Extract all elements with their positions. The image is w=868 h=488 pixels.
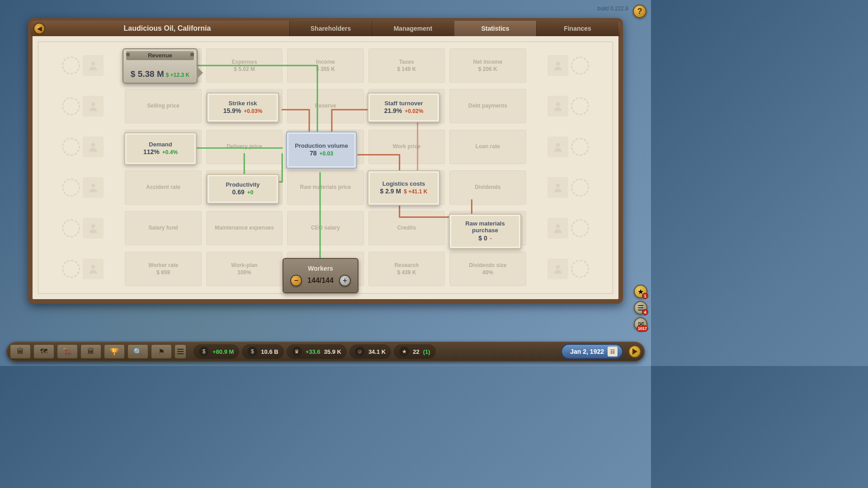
tab-statistics[interactable]: Statistics xyxy=(454,21,536,36)
hud-awards-button[interactable]: 🏆 xyxy=(104,344,125,359)
calendar-button[interactable]: ☷ xyxy=(608,347,618,357)
bg-research: Research$ 439 K xyxy=(368,252,445,286)
workers-card: Workers − 144/144 + xyxy=(283,258,359,293)
panel-tabs: Shareholders Management Statistics Finan… xyxy=(289,21,620,36)
svg-point-4 xyxy=(91,143,95,147)
hud-search-button[interactable]: 🔍 xyxy=(127,344,148,359)
crown-delta: +33.6 xyxy=(306,348,321,355)
tab-finances[interactable]: Finances xyxy=(536,21,618,36)
date-display[interactable]: Jan 2, 1922 ☷ xyxy=(561,344,623,359)
bg-worker-rate: Worker rate$ 659 xyxy=(125,252,201,286)
bg-expenses: Expenses$ 5.02 M xyxy=(206,48,283,83)
svg-point-0 xyxy=(91,61,95,66)
production-volume-card[interactable]: Production volume 78+0.03 xyxy=(286,131,357,169)
bg-debt-payments: Debt payments xyxy=(449,89,526,123)
stat-prestige[interactable]: ♛ +33.6 35.9 K xyxy=(287,344,347,359)
hud-government-button[interactable]: 🏛 xyxy=(80,344,101,359)
panel-body: Expenses$ 5.02 M Income$ 355 K Taxes$ 14… xyxy=(38,42,613,294)
node-value: 0.69 xyxy=(232,188,245,196)
workers-decrease-button[interactable]: − xyxy=(290,275,302,286)
workers-increase-button[interactable]: + xyxy=(339,275,351,286)
flag-icon: ⚑ xyxy=(158,347,165,356)
news-button[interactable]: ☰ 4 xyxy=(634,301,647,314)
staff-turnover-card[interactable]: Staff turnover 21.9%+0.02% xyxy=(368,93,440,122)
favorites-badge: 1 xyxy=(642,293,648,299)
manager-slot xyxy=(45,89,120,123)
tab-shareholders[interactable]: Shareholders xyxy=(289,21,372,36)
favorites-button[interactable]: ★ 1 xyxy=(634,285,647,298)
bull-icon: 🐂 xyxy=(63,347,72,356)
mail-button[interactable]: ✉ 1017 xyxy=(634,317,647,331)
star-value: 22 xyxy=(413,348,419,355)
svg-point-2 xyxy=(91,102,95,106)
hud-market-button[interactable]: 🐂 xyxy=(57,344,78,359)
svg-point-3 xyxy=(556,102,560,106)
bg-reserve: Reserve xyxy=(287,89,363,123)
stat-cash[interactable]: $ +80.9 M xyxy=(193,344,239,359)
bg-loan-rate: Loan rate xyxy=(449,130,526,164)
news-badge: 4 xyxy=(642,309,648,315)
svg-point-11 xyxy=(556,265,560,269)
map-icon: 🗺 xyxy=(40,347,47,356)
crown-icon: ♛ xyxy=(292,347,302,357)
node-delta: +0.03 xyxy=(320,150,333,157)
statistics-panel: ◀ Laudicious Oil, California Shareholder… xyxy=(28,18,623,304)
panel-title: Laudicious Oil, California xyxy=(45,24,289,33)
svg-point-5 xyxy=(556,143,560,147)
building-icon: 🏛 xyxy=(17,347,24,356)
stat-rating[interactable]: ★ 22 (1) xyxy=(394,344,435,359)
manager-slot xyxy=(45,211,120,245)
manager-slot xyxy=(45,170,120,205)
hud-building-button[interactable]: 🏛 xyxy=(10,344,31,359)
manager-slot xyxy=(531,211,606,245)
manager-slot xyxy=(531,170,606,205)
bg-ceo-salary: CEO salary xyxy=(287,211,363,245)
cash-delta: +80.9 M xyxy=(212,348,234,355)
hud-map-button[interactable]: 🗺 xyxy=(33,344,54,359)
laurel-icon: 🏆 xyxy=(110,347,119,356)
node-delta: +0.03% xyxy=(244,108,262,114)
help-button[interactable]: ? xyxy=(633,5,646,18)
dollar-icon: $ xyxy=(247,347,257,357)
chevron-right-icon xyxy=(197,66,203,79)
tab-management[interactable]: Management xyxy=(372,21,454,36)
node-label: Production volume xyxy=(295,143,348,150)
node-value: 15.9% xyxy=(223,107,241,114)
bg-delivery-price: Delivery price xyxy=(206,130,283,164)
manager-slot xyxy=(45,252,120,286)
demand-card[interactable]: Demand 112%+0.4% xyxy=(124,132,197,165)
bg-credits: Credits xyxy=(368,211,445,245)
node-delta: $ +41.1 K xyxy=(404,188,427,195)
workers-value: 144/144 xyxy=(307,277,334,285)
node-label: Logistics costs xyxy=(382,181,425,188)
raw-materials-purchase-card[interactable]: Raw materials purchase $ 0- xyxy=(449,214,521,249)
manager-slot xyxy=(531,89,606,123)
people-icon: ☺ xyxy=(355,347,365,357)
play-button[interactable] xyxy=(628,345,641,358)
bg-taxes: Taxes$ 149 K xyxy=(368,48,445,83)
node-value: 112% xyxy=(143,148,160,155)
svg-point-7 xyxy=(556,183,560,188)
stat-population[interactable]: ☺ 34.1 K xyxy=(349,344,391,359)
bg-dividends: Dividends xyxy=(449,170,526,205)
node-label: Staff turnover xyxy=(384,100,423,107)
revenue-label: Revenue xyxy=(126,51,194,60)
bg-selling-price: Selling price xyxy=(125,89,201,123)
hud-flag-button[interactable]: ⚑ xyxy=(151,344,172,359)
bg-income: Income$ 355 K xyxy=(287,48,363,83)
productivity-card[interactable]: Productivity 0.69+0 xyxy=(207,174,279,204)
back-button[interactable]: ◀ xyxy=(33,23,45,34)
logistics-costs-card[interactable]: Logistics costs $ 2.9 M$ +41.1 K xyxy=(368,170,440,206)
node-delta: +0.02% xyxy=(405,108,423,114)
date-text: Jan 2, 1922 xyxy=(570,348,604,355)
strike-risk-card[interactable]: Strike risk 15.9%+0.03% xyxy=(207,93,279,122)
stat-balance[interactable]: $ 10.6 B xyxy=(242,344,283,359)
build-version: build 0.222.8 xyxy=(597,5,628,12)
svg-point-8 xyxy=(91,224,95,228)
bg-salary-fund: Salary fund xyxy=(125,211,201,245)
mail-badge: 1017 xyxy=(637,325,648,332)
revenue-card[interactable]: Revenue $ 5.38 M$ +12.3 K xyxy=(123,48,198,84)
manager-slot xyxy=(531,48,606,83)
hud-menu-button[interactable] xyxy=(175,344,186,359)
node-value: $ 2.9 M xyxy=(380,188,401,195)
